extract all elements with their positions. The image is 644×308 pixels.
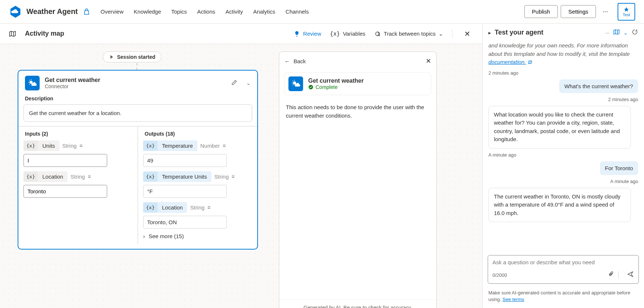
chevron-down-icon[interactable]: ⌄ xyxy=(246,80,251,86)
node-subtitle: Connector xyxy=(45,83,226,89)
description-box: Get the current weather for a location. xyxy=(23,104,252,122)
timestamp: A minute ago xyxy=(610,179,638,184)
bag-icon[interactable] xyxy=(83,8,90,15)
review-button[interactable]: Review xyxy=(294,31,321,37)
outputs-heading: Outputs (18) xyxy=(143,131,252,137)
svg-line-6 xyxy=(29,84,30,85)
publish-button[interactable]: Publish xyxy=(524,5,558,18)
chat-body[interactable]: and knowledge for your own needs. For mo… xyxy=(483,42,644,251)
settings-button[interactable]: Settings xyxy=(561,5,596,18)
more-icon[interactable]: ··· xyxy=(605,30,610,36)
node-title: Get current weather xyxy=(45,77,226,83)
chat-input[interactable] xyxy=(492,259,634,265)
output-loc-value: Toronto, ON xyxy=(143,216,227,229)
detail-footer: Generated by AI. Be sure to check for ac… xyxy=(279,299,436,308)
connector-line xyxy=(137,63,137,70)
disclaimer: Make sure AI-generated content is accura… xyxy=(483,287,644,308)
svg-line-5 xyxy=(29,80,30,80)
inputs-heading: Inputs (2) xyxy=(23,131,132,137)
canvas-body[interactable]: Session started Get current weather Conn… xyxy=(0,44,482,308)
bot-message: The current weather in Toronto, ON is mo… xyxy=(488,188,631,222)
tab-channels[interactable]: Channels xyxy=(285,8,309,15)
see-terms-link[interactable]: See terms xyxy=(502,297,524,302)
session-started-label: Session started xyxy=(117,54,155,60)
description-label: Description xyxy=(18,96,257,104)
track-button[interactable]: Track between topics ⌄ xyxy=(374,31,443,37)
equals: = xyxy=(232,174,234,180)
outputs-column: Outputs (18) {x}Temperature Number = 49 … xyxy=(138,126,257,244)
var-icon: {x} xyxy=(23,141,38,151)
edit-icon[interactable] xyxy=(231,79,237,87)
system-message: and knowledge for your own needs. For mo… xyxy=(488,42,638,67)
sys-msg-text: and knowledge for your own needs. For mo… xyxy=(488,42,630,57)
var-icon: {x} xyxy=(23,172,38,182)
more-icon[interactable]: ··· xyxy=(599,8,612,15)
back-label: Back xyxy=(294,58,306,64)
tab-actions[interactable]: Actions xyxy=(197,8,215,15)
test-button[interactable]: Test xyxy=(618,3,635,21)
input-units-value[interactable] xyxy=(23,154,107,167)
var-icon: {x} xyxy=(143,141,157,151)
documentation-link[interactable]: documentation. xyxy=(488,59,526,65)
equals: = xyxy=(207,205,210,211)
status-label: Complete xyxy=(316,84,338,90)
attachment-icon[interactable] xyxy=(608,271,615,279)
output-temp-value: 49 xyxy=(143,154,227,167)
close-icon[interactable]: ✕ xyxy=(426,57,431,65)
tab-overview[interactable]: Overview xyxy=(101,8,124,15)
char-count: 0/2000 xyxy=(492,272,604,278)
user-message: For Toronto xyxy=(600,161,638,175)
map-icon[interactable] xyxy=(613,29,620,36)
divider xyxy=(452,29,452,38)
check-circle-icon xyxy=(308,85,313,90)
output-tempunits-row: {x}Temperature Units String = xyxy=(143,171,252,182)
output-tempunits-name: Temperature Units xyxy=(157,171,211,182)
tab-analytics[interactable]: Analytics xyxy=(253,8,275,15)
equals: = xyxy=(80,143,83,149)
timestamp: 2 minutes ago xyxy=(488,70,519,76)
detail-title-row: Get current weather Complete xyxy=(284,72,431,95)
test-panel-title: Test your agent xyxy=(495,29,601,36)
tab-knowledge[interactable]: Knowledge xyxy=(134,8,161,15)
toolbar-title: Activity map xyxy=(25,30,64,37)
canvas-area: Activity map Review {x} Variables Track … xyxy=(0,24,483,308)
chevron-right-icon[interactable]: ▸ xyxy=(488,30,491,36)
chevron-down-icon[interactable]: ⌄ xyxy=(623,30,628,36)
map-icon xyxy=(9,30,16,37)
chevron-right-icon: › xyxy=(143,233,145,239)
node-header: Get current weather Connector ⌄ xyxy=(18,71,257,96)
output-loc-row: {x}Location String = xyxy=(143,202,252,213)
chevron-down-icon: ⌄ xyxy=(439,31,443,37)
session-started-pill[interactable]: Session started xyxy=(103,51,161,62)
send-icon[interactable] xyxy=(627,271,634,280)
app-title: Weather Agent xyxy=(26,7,78,16)
lightbulb-icon xyxy=(294,31,300,37)
see-more-label: See more (15) xyxy=(149,233,184,239)
tab-activity[interactable]: Activity xyxy=(226,8,243,15)
weather-icon xyxy=(288,76,303,91)
variables-button[interactable]: {x} Variables xyxy=(330,31,365,37)
test-button-label: Test xyxy=(623,12,630,17)
detail-status: Complete xyxy=(308,84,364,90)
inputs-column: Inputs (2) {x}Units String = {x}Location… xyxy=(18,126,138,244)
bot-message: What location would you like to check th… xyxy=(488,106,631,148)
input-location-value[interactable] xyxy=(23,185,107,198)
input-units-name: Units xyxy=(38,140,59,151)
see-more-button[interactable]: › See more (15) xyxy=(143,233,252,239)
back-button[interactable]: ← Back xyxy=(284,58,306,64)
equals: = xyxy=(223,143,226,149)
input-location-type: String xyxy=(70,173,85,180)
composer: 0/2000 xyxy=(488,255,639,284)
pin-icon xyxy=(623,7,629,12)
app-logo-icon xyxy=(9,5,22,18)
tab-topics[interactable]: Topics xyxy=(171,8,187,15)
arrow-left-icon: ← xyxy=(284,58,290,64)
svg-line-10 xyxy=(292,80,293,81)
refresh-icon[interactable] xyxy=(632,29,638,36)
input-location-name: Location xyxy=(38,171,68,182)
output-tempunits-type: String xyxy=(214,173,229,180)
output-temp-name: Temperature xyxy=(157,140,197,151)
close-icon[interactable]: ✕ xyxy=(461,29,473,38)
output-tempunits-value: °F xyxy=(143,185,227,198)
connector-node[interactable]: Get current weather Connector ⌄ Descript… xyxy=(18,70,258,250)
